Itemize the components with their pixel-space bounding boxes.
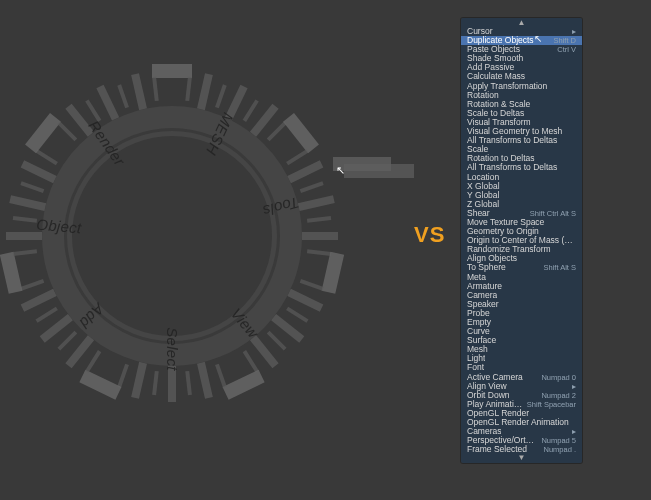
menu-item-label: Shade Smooth	[467, 54, 523, 63]
menu-item[interactable]: Font	[461, 363, 582, 372]
menu-item[interactable]: Cameras▸	[461, 427, 582, 436]
menu-item-label: Rotation & Scale	[467, 100, 530, 109]
menu-item[interactable]: ShearShift Ctrl Alt S	[461, 209, 582, 218]
menu-item-shortcut: Numpad 5	[537, 436, 576, 445]
menu-item-shortcut: Numpad .	[539, 445, 576, 454]
menu-item[interactable]: Apply Transformation	[461, 82, 582, 91]
menu-item[interactable]: Empty	[461, 318, 582, 327]
menu-item[interactable]: Rotation to Deltas	[461, 154, 582, 163]
menu-item-label: X Global	[467, 182, 500, 191]
menu-item[interactable]: Move Texture Space	[461, 218, 582, 227]
submenu-arrow-icon: ▸	[568, 27, 576, 36]
menu-item-label: All Transforms to Deltas	[467, 136, 557, 145]
menu-item[interactable]: Randomize Transform	[461, 245, 582, 254]
menu-item[interactable]: Play AnimationShift Spacebar	[461, 400, 582, 409]
vs-label: VS	[414, 222, 445, 248]
menu-item-label: Surface	[467, 336, 496, 345]
menu-item-label: Apply Transformation	[467, 82, 547, 91]
menu-item[interactable]: Align View▸	[461, 382, 582, 391]
menu-item-label: Z Global	[467, 200, 499, 209]
menu-item-label: Origin to Center of Mass (Surface)	[467, 236, 576, 245]
pie-extension-bar	[344, 164, 414, 178]
menu-item-shortcut: Numpad 0	[537, 373, 576, 382]
menu-item-label: Visual Geometry to Mesh	[467, 127, 562, 136]
menu-item-label: Orbit Down	[467, 391, 510, 400]
menu-item[interactable]: Rotation	[461, 91, 582, 100]
menu-item[interactable]: All Transforms to Deltas	[461, 136, 582, 145]
menu-item-label: Scale to Deltas	[467, 109, 524, 118]
menu-item-label: Shear	[467, 209, 490, 218]
menu-item[interactable]: Light	[461, 354, 582, 363]
scroll-down-arrow-icon[interactable]: ▼	[461, 454, 582, 462]
submenu-arrow-icon: ▸	[568, 382, 576, 391]
menu-item-label: To Sphere	[467, 263, 506, 272]
menu-item-label: Duplicate Objects	[467, 36, 534, 45]
menu-item[interactable]: Location	[461, 173, 582, 182]
menu-item[interactable]: Scale	[461, 145, 582, 154]
menu-item-label: Geometry to Origin	[467, 227, 539, 236]
menu-item-label: OpenGL Render	[467, 409, 529, 418]
menu-item-label: Paste Objects	[467, 45, 520, 54]
menu-item[interactable]: Camera	[461, 291, 582, 300]
menu-item[interactable]: Origin to Center of Mass (Surface)	[461, 236, 582, 245]
menu-item-label: Curve	[467, 327, 490, 336]
menu-item-shortcut: Numpad 2	[537, 391, 576, 400]
menu-item-label: Rotation to Deltas	[467, 154, 535, 163]
menu-item[interactable]: Geometry to Origin	[461, 227, 582, 236]
menu-item-label: Font	[467, 363, 484, 372]
menu-item[interactable]: Y Global	[461, 191, 582, 200]
menu-item[interactable]: Armature	[461, 282, 582, 291]
pie-segment-label[interactable]: Select	[164, 327, 181, 371]
menu-item[interactable]: Duplicate ObjectsShift D	[461, 36, 582, 45]
menu-item[interactable]: Cursor▸	[461, 27, 582, 36]
menu-item-label: Active Camera	[467, 373, 523, 382]
menu-item[interactable]: Mesh	[461, 345, 582, 354]
scroll-up-arrow-icon[interactable]: ▲	[461, 19, 582, 27]
menu-item-label: Probe	[467, 309, 490, 318]
menu-item-label: Empty	[467, 318, 491, 327]
menu-item[interactable]: OpenGL Render Animation	[461, 418, 582, 427]
menu-item[interactable]: Probe	[461, 309, 582, 318]
menu-item-label: Align Objects	[467, 254, 517, 263]
menu-item[interactable]: Z Global	[461, 200, 582, 209]
submenu-arrow-icon: ▸	[568, 427, 576, 436]
menu-item-label: Add Passive	[467, 63, 514, 72]
menu-item[interactable]: Paste ObjectsCtrl V	[461, 45, 582, 54]
menu-item-label: Rotation	[467, 91, 499, 100]
menu-item-label: Perspective/Orthographic	[467, 436, 537, 445]
menu-item-label: Move Texture Space	[467, 218, 544, 227]
menu-item[interactable]: Scale to Deltas	[461, 109, 582, 118]
menu-item[interactable]: Curve	[461, 327, 582, 336]
menu-item-label: Mesh	[467, 345, 488, 354]
menu-item-shortcut: Shift Ctrl Alt S	[526, 209, 576, 218]
menu-item-label: Y Global	[467, 191, 499, 200]
menu-item-shortcut: Shift Alt S	[539, 263, 576, 272]
menu-item-label: Visual Transform	[467, 118, 531, 127]
menu-item[interactable]: All Transforms to Deltas	[461, 163, 582, 172]
menu-item[interactable]: Align Objects	[461, 254, 582, 263]
menu-item[interactable]: Speaker	[461, 300, 582, 309]
context-menu[interactable]: ▲ Cursor▸Duplicate ObjectsShift DPaste O…	[461, 18, 582, 463]
menu-item-label: OpenGL Render Animation	[467, 418, 569, 427]
menu-item[interactable]: Shade Smooth	[461, 54, 582, 63]
menu-item[interactable]: Add Passive	[461, 63, 582, 72]
menu-item-label: Scale	[467, 145, 488, 154]
menu-item[interactable]: Calculate Mass	[461, 72, 582, 81]
menu-item[interactable]: Meta	[461, 273, 582, 282]
menu-item-label: Armature	[467, 282, 502, 291]
menu-item-label: Randomize Transform	[467, 245, 551, 254]
menu-item[interactable]: Rotation & Scale	[461, 100, 582, 109]
menu-item[interactable]: Active CameraNumpad 0	[461, 373, 582, 382]
menu-item[interactable]: Visual Transform	[461, 118, 582, 127]
menu-item[interactable]: Perspective/OrthographicNumpad 5	[461, 436, 582, 445]
menu-item[interactable]: To SphereShift Alt S	[461, 263, 582, 272]
menu-item-label: Light	[467, 354, 485, 363]
menu-item[interactable]: Surface	[461, 336, 582, 345]
menu-item[interactable]: X Global	[461, 182, 582, 191]
menu-item-label: Cursor	[467, 27, 493, 36]
menu-item-label: Cameras	[467, 427, 501, 436]
menu-item-label: Meta	[467, 273, 486, 282]
menu-item[interactable]: Orbit DownNumpad 2	[461, 391, 582, 400]
menu-item[interactable]: Visual Geometry to Mesh	[461, 127, 582, 136]
menu-item[interactable]: OpenGL Render	[461, 409, 582, 418]
